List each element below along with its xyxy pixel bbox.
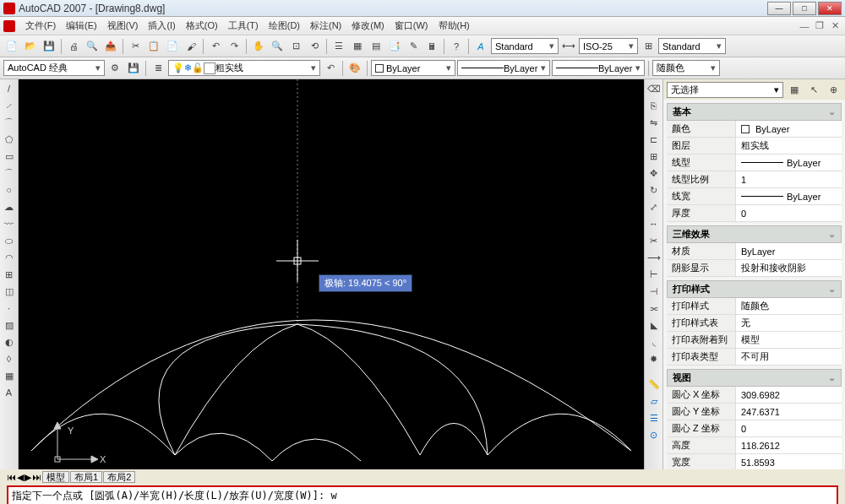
prop-value[interactable]: ByLayer — [736, 154, 842, 171]
prop-row[interactable]: 宽度51.8593 — [667, 454, 842, 469]
rectangle-icon[interactable]: ▭ — [2, 149, 17, 164]
prop-value[interactable]: 51.8593 — [736, 454, 842, 469]
move-icon[interactable]: ✥ — [646, 165, 662, 181]
menu-help[interactable]: 帮助(H) — [433, 18, 475, 34]
prop-value[interactable]: ByLayer — [736, 188, 842, 204]
selection-combo[interactable]: 无选择▾ — [667, 82, 783, 98]
chamfer-icon[interactable]: ◣ — [646, 317, 662, 333]
dim-style-icon[interactable]: ⟷ — [560, 38, 577, 55]
linetype-combo[interactable]: ByLayer▾ — [457, 60, 550, 76]
markup-icon[interactable]: ✎ — [405, 38, 422, 55]
arc-icon[interactable]: ⌒ — [2, 165, 17, 181]
close-button[interactable]: ✕ — [818, 2, 842, 15]
stretch-icon[interactable]: ↔ — [646, 216, 662, 231]
lineweight-combo[interactable]: ByLayer▾ — [552, 60, 645, 76]
prop-value[interactable]: 模型 — [736, 332, 842, 348]
tab-layout2[interactable]: 布局2 — [103, 471, 135, 483]
toggle-pickadd-icon[interactable]: ⊕ — [825, 81, 842, 98]
prop-value[interactable]: 粗实线 — [736, 138, 842, 154]
insert-block-icon[interactable]: ⊞ — [2, 267, 17, 282]
paste-icon[interactable]: 📄 — [164, 38, 181, 55]
explode-icon[interactable]: ✸ — [646, 351, 662, 366]
prop-value[interactable]: ByLayer — [736, 121, 842, 137]
prop-value[interactable]: 247.6371 — [736, 404, 842, 420]
prop-row[interactable]: 打印样式表无 — [667, 315, 842, 332]
prop-value[interactable]: 随颜色 — [736, 298, 842, 314]
menu-file[interactable]: 文件(F) — [20, 18, 61, 34]
menu-insert[interactable]: 插入(I) — [143, 18, 180, 34]
select-objects-icon[interactable]: ↖ — [805, 81, 822, 98]
menu-view[interactable]: 视图(V) — [102, 18, 144, 34]
preview-icon[interactable]: 🔍 — [84, 38, 101, 55]
prop-group-header[interactable]: 三维效果⌄ — [667, 225, 842, 243]
help-icon[interactable]: ? — [448, 38, 465, 55]
save-icon[interactable]: 💾 — [41, 38, 57, 55]
minimize-button[interactable]: — — [767, 2, 791, 15]
prop-group-header[interactable]: 基本⌄ — [667, 103, 842, 121]
dcenter-icon[interactable]: ▦ — [349, 38, 366, 55]
break-icon[interactable]: ⊣ — [646, 284, 662, 299]
gradient-icon[interactable]: ◐ — [2, 334, 17, 350]
drawing-canvas[interactable]: Y X 极轴: 19.4075 < 90° — [19, 79, 644, 469]
join-icon[interactable]: ⫘ — [646, 301, 662, 316]
mirror-icon[interactable]: ⇋ — [646, 115, 662, 130]
erase-icon[interactable]: ⌫ — [646, 81, 662, 96]
xline-icon[interactable]: ⟋ — [2, 98, 17, 113]
mtext-icon[interactable]: A — [2, 385, 17, 400]
prop-row[interactable]: 图层粗实线 — [667, 138, 842, 154]
prop-value[interactable]: 投射和接收阴影 — [736, 260, 842, 276]
zoom-prev-icon[interactable]: ⟲ — [306, 38, 323, 55]
offset-icon[interactable]: ⊏ — [646, 132, 662, 147]
doc-close-icon[interactable]: ✕ — [828, 20, 842, 32]
doc-minimize-icon[interactable]: — — [798, 20, 811, 32]
revcloud-icon[interactable]: ☁ — [2, 199, 17, 214]
prop-row[interactable]: 圆心 Y 坐标247.6371 — [667, 404, 842, 420]
menu-tools[interactable]: 工具(T) — [223, 18, 264, 34]
quick-select-icon[interactable]: ▦ — [786, 81, 803, 98]
prop-value[interactable]: 0 — [736, 205, 842, 221]
menu-edit[interactable]: 编辑(E) — [61, 18, 102, 34]
prop-row[interactable]: 打印表类型不可用 — [667, 349, 842, 366]
layer-manager-icon[interactable]: ≣ — [150, 60, 166, 77]
color-combo[interactable]: ByLayer▾ — [371, 60, 455, 76]
list-icon[interactable]: ☰ — [646, 410, 662, 425]
redo-icon[interactable]: ↷ — [226, 38, 243, 55]
tab-nav-next[interactable]: ▶ — [25, 472, 31, 483]
doc-restore-icon[interactable]: ❐ — [813, 20, 826, 32]
dim-style-combo[interactable]: ISO-25▾ — [579, 38, 638, 54]
point-icon[interactable]: · — [2, 301, 17, 316]
table-style-combo[interactable]: Standard▾ — [658, 38, 726, 54]
table-style-icon[interactable]: ⊞ — [640, 38, 657, 55]
publish-icon[interactable]: 📤 — [102, 38, 119, 55]
prop-value[interactable]: 不可用 — [736, 349, 842, 365]
prop-group-header[interactable]: 视图⌄ — [667, 369, 842, 387]
tab-model[interactable]: 模型 — [42, 471, 69, 483]
workspace-settings-icon[interactable]: ⚙ — [106, 60, 123, 77]
copy-icon[interactable]: 📋 — [145, 38, 162, 55]
menu-draw[interactable]: 绘图(D) — [264, 18, 305, 34]
workspace-save-icon[interactable]: 💾 — [125, 60, 142, 77]
polygon-icon[interactable]: ⬠ — [2, 132, 17, 147]
plotstyle-combo[interactable]: 随颜色▾ — [652, 60, 720, 76]
command-window[interactable]: 指定下一个点或 [圆弧(A)/半宽(H)/长度(L)/放弃(U)/宽度(W)]:… — [7, 485, 838, 504]
menu-format[interactable]: 格式(O) — [181, 18, 223, 34]
prop-row[interactable]: 打印表附着到模型 — [667, 332, 842, 349]
props-icon[interactable]: ☰ — [330, 38, 347, 55]
maximize-button[interactable]: □ — [793, 2, 816, 15]
prop-value[interactable]: 118.2612 — [736, 437, 842, 453]
layer-combo[interactable]: 💡❄🔓 粗实线▾ — [168, 60, 320, 76]
tab-nav-first[interactable]: ⏮ — [7, 472, 16, 482]
tab-nav-last[interactable]: ⏭ — [32, 472, 41, 482]
print-icon[interactable]: 🖨 — [65, 38, 82, 55]
workspace-combo[interactable]: AutoCAD 经典▾ — [3, 60, 105, 76]
region-icon[interactable]: ◊ — [2, 351, 17, 366]
prop-row[interactable]: 圆心 X 坐标309.6982 — [667, 387, 842, 404]
extend-icon[interactable]: ⟶ — [646, 250, 662, 265]
new-icon[interactable]: 📄 — [3, 38, 20, 55]
prop-row[interactable]: 颜色ByLayer — [667, 121, 842, 138]
prop-row[interactable]: 厚度0 — [667, 205, 842, 222]
prop-value[interactable]: 0 — [736, 420, 842, 436]
prop-row[interactable]: 阴影显示投射和接收阴影 — [667, 260, 842, 277]
text-style-icon[interactable]: A — [472, 38, 489, 55]
rotate-icon[interactable]: ↻ — [646, 182, 662, 198]
